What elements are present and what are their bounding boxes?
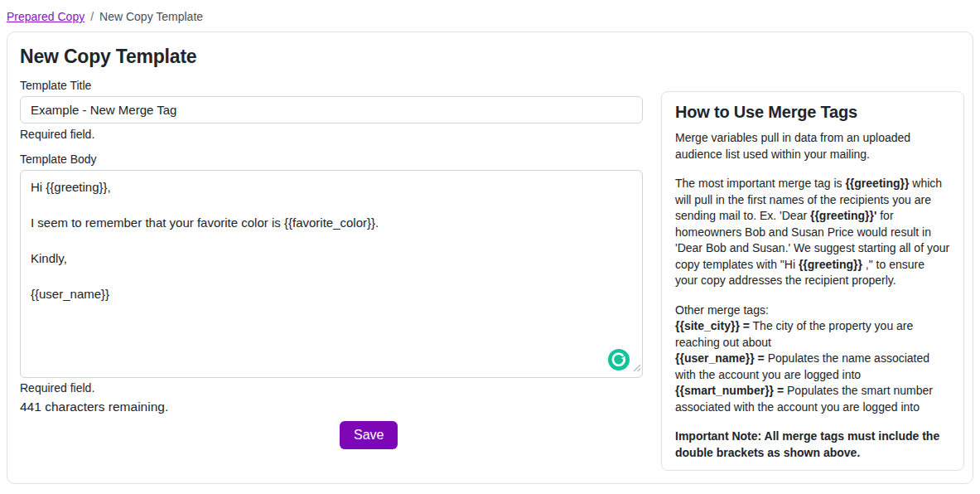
breadcrumb-separator: / — [90, 10, 94, 23]
merge-tags-help-panel: How to Use Merge Tags Merge variables pu… — [661, 91, 964, 471]
grammarly-icon[interactable] — [608, 349, 630, 370]
template-body-label: Template Body — [20, 153, 643, 166]
breadcrumb-link-prepared-copy[interactable]: Prepared Copy — [7, 10, 84, 23]
save-button[interactable]: Save — [340, 421, 398, 449]
title-required-hint: Required field. — [20, 128, 643, 141]
breadcrumb: Prepared Copy/New Copy Template — [0, 0, 980, 31]
help-panel-important-note: Important Note: All merge tags must incl… — [675, 429, 950, 461]
body-required-hint: Required field. — [20, 381, 643, 395]
page-title: New Copy Template — [20, 46, 643, 68]
template-body-wrapper: Hi {{greeting}}, I seem to remember that… — [20, 170, 643, 378]
template-title-input[interactable] — [20, 96, 643, 124]
characters-remaining: 441 characters remaining. — [20, 400, 643, 414]
resize-handle-icon[interactable] — [632, 361, 641, 375]
help-panel-other-tags-paragraph: Other merge tags:{{site_city}} = The cit… — [675, 303, 950, 416]
help-panel-greeting-paragraph: The most important merge tag is {{greeti… — [675, 176, 950, 289]
new-copy-template-card: New Copy Template Template Title Require… — [7, 31, 973, 484]
help-panel-title: How to Use Merge Tags — [675, 103, 950, 122]
template-title-label: Template Title — [20, 79, 643, 92]
template-form: New Copy Template Template Title Require… — [20, 44, 643, 470]
help-panel-intro: Merge variables pull in data from an upl… — [675, 130, 950, 162]
template-body-textarea[interactable]: Hi {{greeting}}, I seem to remember that… — [20, 170, 643, 378]
breadcrumb-current: New Copy Template — [99, 10, 203, 23]
